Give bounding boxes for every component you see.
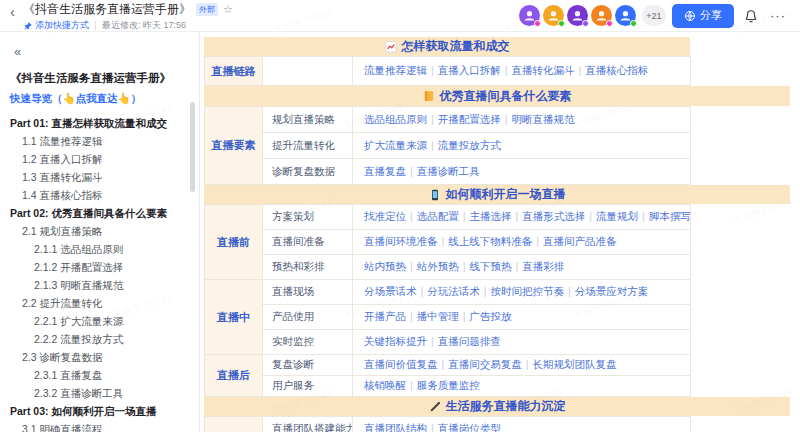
doc-link[interactable]: 直播诊断工具 xyxy=(417,165,480,177)
doc-link[interactable]: 脚本撰写 xyxy=(649,210,691,222)
avatar[interactable] xyxy=(519,5,540,26)
doc-link[interactable]: 直播形式选择 xyxy=(522,210,585,222)
link-separator: | xyxy=(410,210,413,222)
collaborator-count[interactable]: +21 xyxy=(642,5,666,26)
doc-link[interactable]: 广告投放 xyxy=(469,310,511,322)
outline-item[interactable]: 2.2.2 流量投放方式 xyxy=(10,330,199,348)
outline-item[interactable]: 1.4 直播核心指标 xyxy=(10,186,199,204)
doc-link[interactable]: 流量推荐逻辑 xyxy=(364,64,427,76)
doc-link[interactable]: 选品配置 xyxy=(417,210,459,222)
bell-icon[interactable] xyxy=(740,9,762,23)
outline-item[interactable]: 1.1 流量推荐逻辑 xyxy=(10,132,199,150)
doc-link[interactable]: 直播复盘 xyxy=(364,165,406,177)
link-separator: | xyxy=(536,235,539,247)
doc-link[interactable]: 扩大流量来源 xyxy=(364,139,427,151)
doc-link[interactable]: 线下预热 xyxy=(469,260,511,272)
doc-link[interactable]: 直播问题排查 xyxy=(438,335,501,347)
link-separator: | xyxy=(410,165,413,177)
avatar[interactable] xyxy=(615,5,636,26)
doc-link[interactable]: 直播彩排 xyxy=(522,260,564,272)
link-separator: | xyxy=(442,358,445,370)
table-row: 直播后复盘诊断直播间价值复盘|直播间交易复盘|长期规划团队复盘 xyxy=(205,355,691,376)
outline-item[interactable]: 2.3.1 直播复盘 xyxy=(10,366,199,384)
doc-link[interactable]: 播中管理 xyxy=(417,310,459,322)
outline-item[interactable]: 2.1.2 开播配置选择 xyxy=(10,258,199,276)
section-header: 优秀直播间具备什么要素 xyxy=(204,86,790,106)
doc-link[interactable]: 直播间价值复盘 xyxy=(364,358,438,370)
doc-link[interactable]: 流量规划 xyxy=(596,210,638,222)
doc-link[interactable]: 直播间交易复盘 xyxy=(448,358,522,370)
outline-item[interactable]: 1.3 直播转化漏斗 xyxy=(10,168,199,186)
external-badge: 外部 xyxy=(196,3,218,16)
doc-link[interactable]: 开播配置选择 xyxy=(438,113,501,125)
star-icon[interactable]: ☆ xyxy=(223,3,233,16)
doc-link[interactable]: 按时间把控节奏 xyxy=(490,285,564,297)
doc-link[interactable]: 选品组品原则 xyxy=(364,113,427,125)
links-cell: 直播团队结构|直播岗位类型 xyxy=(353,417,691,432)
doc-link[interactable]: 直播间环境准备 xyxy=(364,235,438,247)
outline-item[interactable]: 2.1 规划直播策略 xyxy=(10,222,199,240)
quick-nav-link[interactable]: 快速导览（👆点我直达👆） xyxy=(10,92,199,106)
doc-link[interactable]: 线上线下物料准备 xyxy=(448,235,532,247)
table-row: 直播团队搭建能力直播团队结构|直播岗位类型 xyxy=(205,417,691,432)
doc-link[interactable]: 分场景话术 xyxy=(364,285,417,297)
links-cell: 扩大流量来源|流量投放方式 xyxy=(353,133,691,159)
doc-link[interactable]: 直播间产品准备 xyxy=(543,235,617,247)
table-row: 诊断复盘数据直播复盘|直播诊断工具 xyxy=(205,159,691,185)
table-row: 直播间准备直播间环境准备|线上线下物料准备|直播间产品准备 xyxy=(205,230,691,255)
outline-item[interactable]: 2.2.1 扩大流量来源 xyxy=(10,312,199,330)
doc-link[interactable]: 长期规划团队复盘 xyxy=(532,358,616,370)
outline-item[interactable]: 1.2 直播入口拆解 xyxy=(10,150,199,168)
section-table: 直播团队搭建能力直播团队结构|直播岗位类型 xyxy=(204,416,691,432)
status-dot xyxy=(630,20,637,27)
outline-item[interactable]: 2.3.2 直播诊断工具 xyxy=(10,384,199,402)
avatar[interactable] xyxy=(567,5,588,26)
row-group-label: 直播要素 xyxy=(205,107,263,185)
doc-link[interactable]: 分玩法话术 xyxy=(427,285,480,297)
row-sublabel: 方案策划 xyxy=(263,205,353,230)
row-sublabel: 预热和彩排 xyxy=(263,255,353,280)
add-shortcut-button[interactable]: 添加快捷方式 xyxy=(23,19,89,32)
doc-link[interactable]: 核销唤醒 xyxy=(364,379,406,391)
sidebar-scrollbar[interactable] xyxy=(190,102,195,192)
pen-icon xyxy=(429,401,441,413)
link-separator: | xyxy=(421,285,424,297)
doc-link[interactable]: 站内预热 xyxy=(364,260,406,272)
doc-link[interactable]: 流量投放方式 xyxy=(438,139,501,151)
link-separator: | xyxy=(410,310,413,322)
outline-item[interactable]: 2.3 诊断复盘数据 xyxy=(10,348,199,366)
doc-link[interactable]: 开播产品 xyxy=(364,310,406,322)
doc-link[interactable]: 直播入口拆解 xyxy=(438,64,501,76)
doc-link[interactable]: 明晰直播规范 xyxy=(511,113,574,125)
more-icon[interactable]: ··· xyxy=(768,8,788,23)
doc-link[interactable]: 服务质量监控 xyxy=(417,379,480,391)
table-row: 直播中直播现场分场景话术|分玩法话术|按时间把控节奏|分场景应对方案 xyxy=(205,280,691,305)
doc-link[interactable]: 直播岗位类型 xyxy=(438,422,501,432)
avatar[interactable] xyxy=(591,5,612,26)
outline-item[interactable]: 2.1.3 明晰直播规范 xyxy=(10,276,199,294)
outline-item[interactable]: Part 02: 优秀直播间具备什么要素 xyxy=(10,204,199,222)
back-icon[interactable]: ‹ xyxy=(8,0,17,25)
link-separator: | xyxy=(431,113,434,125)
doc-link[interactable]: 找准定位 xyxy=(364,210,406,222)
collapse-sidebar-icon[interactable]: « xyxy=(10,42,25,61)
outline-item[interactable]: 3.1 明确直播流程 xyxy=(10,420,199,432)
outline-item[interactable]: Part 03: 如何顺利开启一场直播 xyxy=(10,402,199,420)
doc-link[interactable]: 直播转化漏斗 xyxy=(511,64,574,76)
outline-item[interactable]: 2.2 提升流量转化 xyxy=(10,294,199,312)
doc-link[interactable]: 直播团队结构 xyxy=(364,422,427,432)
outline-item[interactable]: Part 01: 直播怎样获取流量和成交 xyxy=(10,114,199,132)
outline-item[interactable]: 2.1.1 选品组品原则 xyxy=(10,240,199,258)
doc-link[interactable]: 直播核心指标 xyxy=(585,64,648,76)
row-sublabel: 直播团队搭建能力 xyxy=(263,417,353,432)
avatar[interactable] xyxy=(543,5,564,26)
doc-link[interactable]: 站外预热 xyxy=(417,260,459,272)
link-separator: | xyxy=(431,422,434,432)
doc-link[interactable]: 主播选择 xyxy=(469,210,511,222)
link-separator: | xyxy=(410,379,413,391)
links-cell: 直播复盘|直播诊断工具 xyxy=(353,159,691,185)
share-button[interactable]: 分享 xyxy=(672,4,734,28)
doc-link[interactable]: 关键指标提升 xyxy=(364,335,427,347)
doc-link[interactable]: 分场景应对方案 xyxy=(575,285,649,297)
links-cell: 站内预热|站外预热|线下预热|直播彩排 xyxy=(353,255,691,280)
